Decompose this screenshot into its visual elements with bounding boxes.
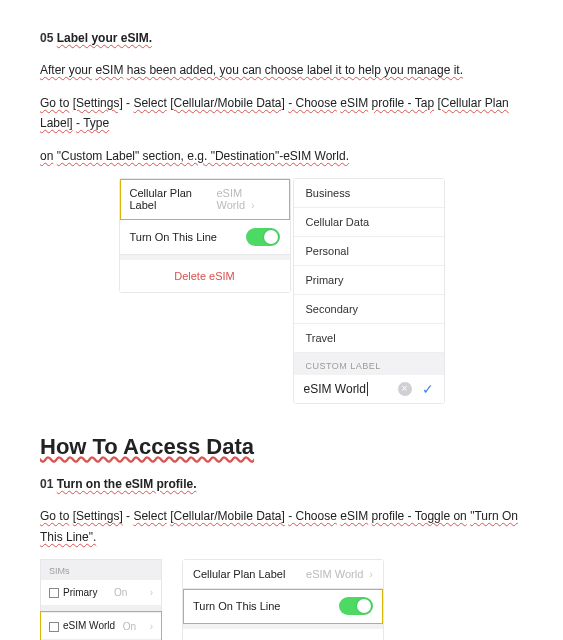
chevron-right-icon: › (150, 587, 153, 598)
turn-on-toggle[interactable] (339, 597, 373, 615)
cellular-plan-label-row[interactable]: Cellular Plan Label eSIM World› (120, 179, 290, 220)
label-options-panel: Business Cellular Data Personal Primary … (293, 178, 445, 404)
custom-label-input-row[interactable]: eSIM World × ✓ (294, 375, 444, 403)
step05-title: Label your eSIM. (57, 31, 152, 45)
custom-label-input-value: eSIM World (304, 382, 366, 396)
esim-settings-panel: Cellular Plan Label eSIM World› Turn On … (182, 559, 384, 640)
text-cursor (367, 382, 368, 396)
step-05-heading: 05 Label your eSIM. (40, 28, 523, 48)
label-option-travel[interactable]: Travel (294, 324, 444, 353)
sims-header: SIMs (41, 560, 161, 579)
clear-input-icon[interactable]: × (398, 382, 412, 396)
cellular-plan-value: eSIM World (216, 187, 245, 211)
label-option-personal[interactable]: Personal (294, 237, 444, 266)
turn-on-toggle[interactable] (246, 228, 280, 246)
step05-p1: After your eSIM has been added, you can … (40, 60, 523, 80)
step05-num: 05 (40, 31, 53, 45)
cellular-plan-label-row[interactable]: Cellular Plan Label eSIM World› (183, 560, 383, 589)
cellular-plan-panel: Cellular Plan Label eSIM World› Turn On … (119, 178, 291, 293)
turn-on-line-row[interactable]: Turn On This Line (183, 589, 383, 624)
label-option-cellular[interactable]: Cellular Data (294, 208, 444, 237)
confirm-check-icon[interactable]: ✓ (422, 381, 434, 397)
label-option-secondary[interactable]: Secondary (294, 295, 444, 324)
delete-esim-button[interactable]: Delete eSIM (120, 260, 290, 292)
turn-on-line-label: Turn On This Line (130, 231, 217, 243)
custom-label-header: CUSTOM LABEL (294, 353, 444, 375)
step01-title: Turn on the eSIM profile. (57, 477, 197, 491)
sim-row-world[interactable]: eSIM World On › (41, 612, 161, 639)
sim-list-panel: SIMs Primary On › eSIM World On › Add eS… (40, 559, 162, 640)
label-option-primary[interactable]: Primary (294, 266, 444, 295)
page-title: How To Access Data (40, 434, 523, 460)
label-option-business[interactable]: Business (294, 179, 444, 208)
cellular-plan-label-text: Cellular Plan Label (130, 187, 217, 211)
sim-primary-icon (49, 588, 59, 598)
sim-row-primary[interactable]: Primary On › (41, 579, 161, 606)
step-01-heading: 01 Turn on the eSIM profile. (40, 474, 523, 494)
turn-on-line-row[interactable]: Turn On This Line (120, 220, 290, 255)
step01-p: Go to [Settings] - Select [Cellular/Mobi… (40, 506, 523, 547)
step01-num: 01 (40, 477, 53, 491)
chevron-right-icon: › (369, 568, 373, 580)
sim-world-icon (49, 622, 59, 632)
step05-p2: Go to [Settings] - Select [Cellular/Mobi… (40, 93, 523, 134)
step05-p3: on "Custom Label" section, e.g. "Destina… (40, 146, 523, 166)
delete-esim-button[interactable]: Delete eSIM (183, 629, 383, 640)
chevron-right-icon: › (150, 621, 153, 632)
chevron-right-icon: › (251, 199, 255, 211)
